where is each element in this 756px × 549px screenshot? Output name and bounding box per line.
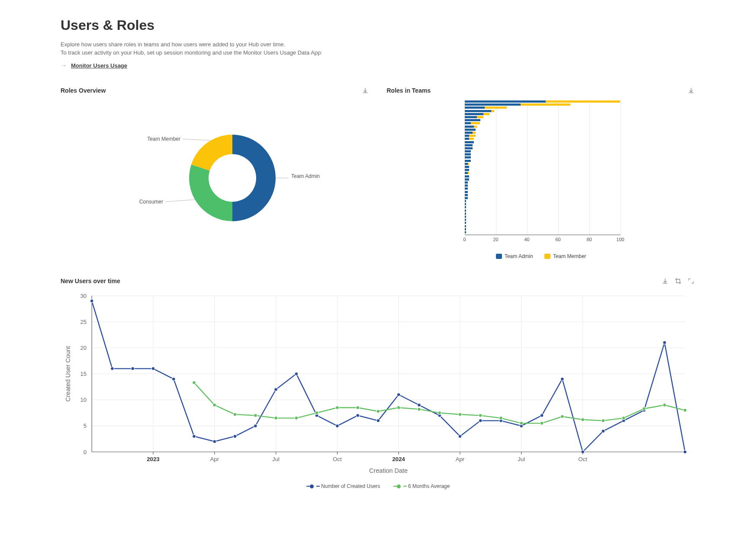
legend-created-users: Number of Created Users: [306, 483, 380, 489]
intro-block: Explore how users share roles in teams a…: [61, 41, 695, 56]
bar-row: [465, 156, 696, 159]
bar-row: [465, 190, 696, 193]
y-tick: 0: [84, 449, 87, 455]
data-point: [356, 406, 360, 410]
panel-title-roles-overview: Roles Overview: [61, 87, 106, 94]
bar-row: [465, 159, 696, 162]
bar-row: [465, 134, 696, 137]
y-tick: 30: [80, 293, 87, 299]
data-point: [193, 435, 196, 438]
data-point: [336, 406, 339, 410]
data-point: [233, 435, 237, 438]
data-point: [213, 440, 216, 443]
bar-row: [465, 228, 696, 231]
line-series: [92, 301, 685, 452]
download-icon: [362, 87, 369, 94]
data-point: [376, 410, 380, 413]
bar-row: [465, 231, 696, 234]
data-point: [274, 417, 278, 420]
data-point: [315, 411, 318, 415]
data-point: [622, 417, 625, 420]
y-tick: 10: [80, 397, 87, 403]
bar-row: [465, 175, 696, 178]
data-point: [356, 414, 360, 417]
legend-team-member: Team Member: [544, 253, 586, 259]
data-point: [397, 393, 400, 397]
line-chart: 051015202530Created User Count2023AprJul…: [61, 291, 695, 480]
bar-row: [465, 171, 696, 174]
data-point: [336, 424, 339, 428]
bar-row: [465, 106, 696, 109]
bar-row: [465, 100, 696, 103]
data-point: [540, 414, 544, 417]
bar-row: [465, 162, 696, 165]
y-tick: 5: [84, 423, 87, 430]
download-roles-overview-button[interactable]: [361, 86, 370, 95]
bar-row: [465, 218, 696, 221]
bar-row: [465, 122, 696, 125]
x-axis-label: Creation Date: [369, 467, 408, 474]
x-tick: Jul: [272, 456, 280, 462]
panel-title-roles-in-teams: Roles in Teams: [387, 87, 431, 94]
bar-row: [465, 200, 696, 203]
data-point: [683, 409, 687, 412]
panel-roles-overview: Roles Overview Team AdminConsumerTeam Me…: [61, 86, 370, 259]
expand-new-users-button[interactable]: [687, 277, 695, 285]
data-point: [418, 404, 421, 407]
data-point: [90, 299, 93, 303]
data-point: [233, 413, 237, 416]
data-point: [479, 419, 482, 423]
x-tick: 60: [555, 237, 560, 242]
bar-row: [465, 194, 696, 197]
bar-row: [465, 203, 696, 206]
x-tick: 2024: [392, 456, 405, 462]
bar-row: [465, 209, 696, 212]
data-point: [602, 430, 605, 433]
download-roles-in-teams-button[interactable]: [687, 86, 695, 95]
bar-row: [465, 137, 696, 140]
y-tick: 25: [80, 319, 87, 325]
crop-icon: [675, 278, 682, 284]
bar-row: [465, 215, 696, 218]
data-point: [581, 450, 585, 454]
donut-chart: Team AdminConsumerTeam Member: [61, 100, 370, 247]
data-point: [172, 378, 175, 381]
data-point: [458, 435, 462, 438]
monitor-users-usage-link[interactable]: Monitor Users Usage: [71, 62, 127, 69]
x-tick: 80: [586, 237, 592, 242]
legend-6mo-avg: 6 Months Average: [393, 483, 450, 489]
data-point: [499, 417, 503, 420]
bar-row: [465, 178, 696, 181]
intro-line-2: To track user activity on your Hub, set …: [61, 49, 695, 56]
donut-slice: [189, 165, 232, 221]
bar-row: [465, 125, 696, 128]
x-tick: Oct: [578, 456, 587, 462]
data-point: [397, 406, 400, 410]
data-point: [663, 404, 666, 407]
bar-row: [465, 212, 696, 215]
bar-row: [465, 103, 696, 106]
bar-row: [465, 225, 696, 228]
download-new-users-button[interactable]: [661, 277, 669, 285]
bar-row: [465, 150, 696, 153]
x-tick: Apr: [456, 456, 465, 462]
data-point: [193, 381, 196, 384]
donut-label: Team Member: [147, 136, 180, 142]
bar-row: [465, 116, 696, 119]
bar-row: [465, 110, 696, 113]
bar-row: [465, 181, 696, 184]
data-point: [274, 388, 278, 391]
bar-row: [465, 184, 696, 187]
data-point: [376, 419, 380, 423]
bar-row: [465, 187, 696, 190]
bar-row: [465, 128, 696, 131]
x-tick: Oct: [333, 456, 342, 462]
bar-row: [465, 153, 696, 156]
crop-new-users-button[interactable]: [674, 277, 682, 285]
data-point: [438, 411, 441, 415]
panel-new-users: New Users over time 051015202530Created …: [61, 277, 695, 489]
data-point: [151, 367, 155, 371]
data-point: [254, 424, 257, 428]
y-axis-label: Created User Count: [64, 346, 71, 401]
donut-label: Consumer: [139, 199, 163, 205]
